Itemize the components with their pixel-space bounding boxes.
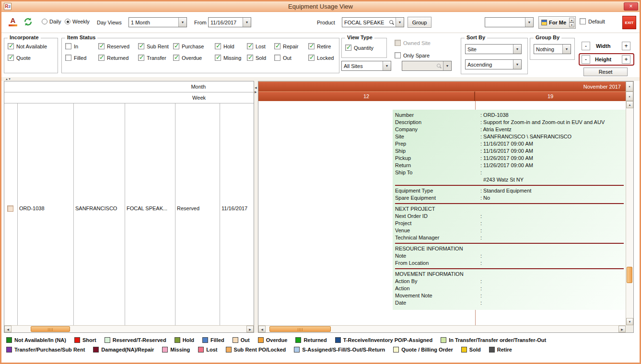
period-dropdown[interactable]: 1 Month: [128, 17, 187, 27]
quantity-checkbox[interactable]: Quantity: [345, 45, 373, 51]
row-checkbox[interactable]: [7, 205, 13, 212]
checkbox-icon[interactable]: [395, 52, 401, 58]
for-me-button[interactable]: For Me: [538, 16, 576, 29]
item-status-checkbox[interactable]: Overdue: [173, 55, 215, 61]
checkbox-icon[interactable]: [580, 18, 586, 24]
checkbox-icon[interactable]: [138, 43, 144, 49]
chevron-down-icon[interactable]: [525, 18, 533, 27]
chevron-down-icon[interactable]: [513, 45, 521, 54]
checkbox-icon[interactable]: [138, 55, 144, 61]
exit-button[interactable]: EXIT: [622, 16, 636, 29]
scroll-right-icon[interactable]: [246, 326, 254, 332]
checkbox-icon[interactable]: [215, 43, 221, 49]
checkbox-icon[interactable]: [98, 55, 105, 61]
text-format-icon[interactable]: [8, 16, 18, 28]
scrollbar-thumb[interactable]: [627, 267, 632, 283]
width-minus-button[interactable]: -: [582, 42, 590, 50]
daily-radio[interactable]: Daily: [42, 19, 61, 24]
timeline-vscrollbar[interactable]: [626, 101, 633, 325]
spinner-arrows-icon[interactable]: [569, 18, 574, 27]
checkbox-icon[interactable]: [274, 43, 280, 49]
item-status-checkbox[interactable]: Purchase: [173, 43, 215, 49]
product-combo[interactable]: FOCAL SPEAKE: [342, 17, 404, 27]
order-row[interactable]: ORD-1038 SANFRANCISCO FOCAL SPEAK... Res…: [4, 204, 254, 214]
refresh-icon[interactable]: [23, 17, 34, 27]
item-status-checkbox[interactable]: Out: [274, 55, 308, 61]
scrollbar-track[interactable]: [12, 326, 246, 332]
default-checkbox[interactable]: Default: [580, 18, 605, 24]
item-status-checkbox[interactable]: Sub Rent: [138, 43, 173, 49]
item-status-checkbox[interactable]: Sold: [247, 55, 274, 61]
header-scroll-buttons[interactable]: [626, 81, 633, 101]
checkbox-icon[interactable]: [173, 55, 179, 61]
sites-dropdown[interactable]: All Sites: [341, 61, 391, 71]
scroll-left-icon[interactable]: [4, 326, 12, 332]
sort-direction-dropdown[interactable]: Ascending: [465, 59, 522, 69]
item-status-checkbox[interactable]: Repair: [274, 43, 308, 49]
checkbox-icon[interactable]: [65, 43, 71, 49]
scroll-left-icon[interactable]: [258, 326, 266, 332]
height-plus-button[interactable]: +: [622, 55, 630, 64]
chevron-down-icon[interactable]: [178, 18, 186, 27]
width-plus-button[interactable]: +: [622, 42, 630, 50]
item-status-checkbox[interactable]: Transfer: [138, 55, 173, 61]
radio-icon[interactable]: [65, 19, 70, 24]
item-status-checkbox[interactable]: In: [65, 43, 98, 49]
incorporate-checkbox[interactable]: Quote: [8, 55, 47, 61]
scroll-right-icon[interactable]: [618, 326, 626, 332]
checkbox-icon[interactable]: [215, 55, 221, 61]
chevron-down-icon[interactable]: [513, 60, 521, 69]
checkbox-icon[interactable]: [308, 43, 315, 49]
checkbox-icon[interactable]: [308, 55, 315, 61]
checkbox-icon[interactable]: [247, 43, 253, 49]
item-status-checkbox[interactable]: Retire: [308, 43, 337, 49]
incorporate-checkbox[interactable]: Not Available: [8, 43, 47, 49]
weekly-radio[interactable]: Weekly: [65, 19, 90, 24]
checkbox-icon[interactable]: [173, 43, 179, 49]
item-status-checkbox[interactable]: Missing: [215, 55, 247, 61]
chevron-down-icon[interactable]: [383, 61, 391, 70]
height-minus-button[interactable]: -: [582, 55, 590, 64]
item-status-checkbox[interactable]: Locked: [308, 55, 337, 61]
chevron-down-icon[interactable]: [243, 18, 251, 27]
group-by-dropdown[interactable]: Nothing: [534, 44, 571, 54]
scroll-up-icon[interactable]: [626, 101, 633, 108]
chevron-down-icon[interactable]: [562, 45, 571, 54]
checkbox-icon[interactable]: [98, 43, 105, 49]
item-status-checkbox[interactable]: Hold: [215, 43, 247, 49]
sort-field-dropdown[interactable]: Site: [465, 44, 522, 54]
item-status-checkbox[interactable]: Lost: [247, 43, 274, 49]
week-cell[interactable]: 12: [258, 91, 475, 101]
checkbox-icon[interactable]: [274, 55, 280, 61]
item-status-checkbox[interactable]: Filled: [65, 55, 98, 61]
scroll-down-icon[interactable]: [626, 318, 633, 325]
scrollbar-track[interactable]: [266, 326, 618, 332]
reset-button[interactable]: Reset: [583, 68, 628, 76]
scrollbar-track[interactable]: [626, 108, 633, 318]
item-status-checkbox[interactable]: Returned: [98, 55, 138, 61]
timeline-month-header[interactable]: November 2017: [258, 81, 626, 91]
timeline-hscrollbar[interactable]: [258, 325, 626, 332]
scrollbar-thumb[interactable]: [269, 326, 331, 332]
chevron-down-icon[interactable]: [396, 18, 404, 27]
from-date-picker[interactable]: 11/16/2017: [208, 17, 251, 27]
scroll-up-icon[interactable]: [626, 91, 633, 102]
item-status-checkbox[interactable]: Reserved: [98, 43, 138, 49]
grid-hscrollbar[interactable]: [4, 325, 254, 332]
vertical-splitter[interactable]: [254, 81, 258, 333]
checkbox-icon[interactable]: [65, 55, 71, 61]
checkbox-icon[interactable]: [8, 55, 14, 61]
scrollbar-thumb[interactable]: [31, 326, 70, 332]
only-spare-checkbox[interactable]: Only Spare: [395, 52, 430, 58]
quick-select-dropdown[interactable]: [485, 17, 534, 27]
horizontal-splitter[interactable]: [1, 77, 640, 81]
titlebar[interactable]: R2 Equipment Usage View: [1, 1, 640, 12]
close-icon[interactable]: [624, 2, 638, 11]
group-button[interactable]: Group: [408, 17, 431, 28]
checkbox-icon[interactable]: [247, 55, 253, 61]
checkbox-icon[interactable]: [8, 43, 14, 49]
radio-icon[interactable]: [42, 19, 47, 24]
scroll-up-icon[interactable]: [626, 81, 633, 91]
search-icon[interactable]: [389, 20, 395, 25]
week-cell[interactable]: 19: [475, 91, 626, 101]
